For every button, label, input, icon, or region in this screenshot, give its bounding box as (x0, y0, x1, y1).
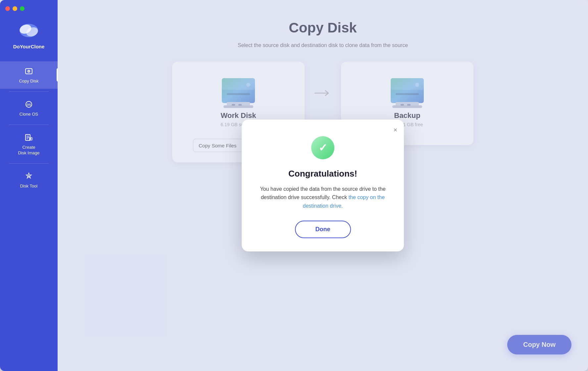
minimize-button[interactable] (13, 6, 17, 11)
svg-point-5 (28, 71, 29, 72)
sidebar-item-copy-disk-label: Copy Disk (19, 79, 38, 84)
sidebar-item-create-disk-image[interactable]: Create Disk Image (0, 128, 58, 161)
close-button[interactable] (5, 6, 10, 11)
disk-tool-icon (24, 171, 34, 182)
sidebar-item-clone-os[interactable]: OS Clone OS (0, 94, 58, 122)
copy-disk-icon (24, 66, 34, 77)
modal-body: You have copied the data from the source… (258, 185, 387, 210)
modal-overlay: × ✓ Congratulations! You have copied the… (58, 0, 588, 371)
main-content: Copy Disk Select the source disk and des… (58, 0, 588, 371)
sidebar-divider-1 (9, 91, 49, 92)
clone-os-icon: OS (24, 99, 34, 110)
svg-text:OS: OS (26, 103, 31, 106)
sidebar-item-create-disk-image-label: Create Disk Image (18, 145, 39, 156)
done-button[interactable]: Done (295, 221, 351, 238)
svg-point-15 (28, 176, 29, 177)
modal-title: Congratulations! (288, 169, 357, 179)
app-name: DoYourClone (13, 44, 45, 49)
sidebar-divider-2 (9, 125, 49, 125)
sidebar-item-disk-tool[interactable]: Disk Tool (0, 166, 58, 194)
check-icon: ✓ (318, 141, 327, 154)
sidebar-item-copy-disk[interactable]: Copy Disk (0, 61, 58, 89)
traffic-lights (5, 6, 24, 11)
app-window: DoYourClone Copy Disk OS Clone O (0, 0, 588, 371)
sidebar: DoYourClone Copy Disk OS Clone O (0, 0, 58, 371)
sidebar-item-disk-tool-label: Disk Tool (20, 184, 38, 189)
success-modal: × ✓ Congratulations! You have copied the… (242, 120, 404, 252)
modal-close-button[interactable]: × (393, 126, 397, 134)
sidebar-divider-3 (9, 163, 49, 164)
app-logo-icon (18, 20, 39, 41)
maximize-button[interactable] (20, 6, 24, 11)
success-icon-circle: ✓ (311, 136, 334, 159)
create-disk-image-icon (24, 132, 34, 143)
sidebar-item-clone-os-label: Clone OS (20, 112, 38, 117)
sidebar-logo: DoYourClone (13, 20, 45, 49)
